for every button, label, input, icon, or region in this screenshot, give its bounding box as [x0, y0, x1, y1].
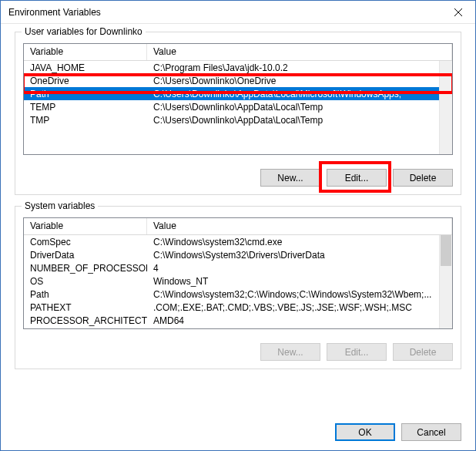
variable-value: C:\Users\Downlinko\OneDrive	[147, 76, 452, 86]
variable-value: C:\Users\Downlinko\AppData\Local\Microso…	[147, 89, 452, 99]
variable-value: C:\Users\Downlinko\AppData\Local\Temp	[147, 102, 452, 113]
header-variable[interactable]: Variable	[24, 218, 147, 234]
system-variables-group: System variables Variable Value ComSpec …	[15, 206, 461, 369]
table-row[interactable]: DriverData C:\Windows\System32\Drivers\D…	[24, 248, 452, 261]
system-variables-list[interactable]: Variable Value ComSpec C:\Windows\system…	[23, 217, 453, 329]
titlebar: Environment Variables	[1, 1, 475, 24]
table-row[interactable]: PROCESSOR_ARCHITECTURE AMD64	[24, 314, 452, 327]
system-variables-label: System variables	[22, 200, 98, 211]
environment-variables-dialog: Environment Variables User variables for…	[0, 0, 476, 451]
table-row[interactable]: OS Windows_NT	[24, 274, 452, 288]
scrollbar-thumb[interactable]	[441, 235, 451, 266]
variable-name: ComSpec	[24, 237, 147, 247]
dialog-buttons: OK Cancel	[1, 422, 475, 450]
table-row[interactable]: OneDrive C:\Users\Downlinko\OneDrive	[24, 74, 452, 87]
cancel-button[interactable]: Cancel	[401, 423, 461, 441]
user-buttons: New... Edit... Delete	[23, 169, 453, 187]
variable-value: C:\Windows\system32\cmd.exe	[147, 237, 452, 247]
variable-value: Windows_NT	[147, 276, 452, 287]
dialog-body: User variables for Downlinko Variable Va…	[1, 24, 475, 422]
variable-value: AMD64	[147, 315, 452, 326]
list-header: Variable Value	[24, 44, 452, 61]
variable-value: .COM;.EXE;.BAT;.CMD;.VBS;.VBE;.JS;.JSE;.…	[147, 302, 452, 313]
table-row[interactable]: TEMP C:\Users\Downlinko\AppData\Local\Te…	[24, 100, 452, 113]
window-title: Environment Variables	[8, 7, 101, 18]
delete-button[interactable]: Delete	[393, 343, 453, 361]
variable-value: C:\Users\Downlinko\AppData\Local\Temp	[147, 115, 452, 126]
user-variable-rows: JAVA_HOME C:\Program Files\Java\jdk-10.0…	[24, 61, 452, 126]
table-row[interactable]: NUMBER_OF_PROCESSORS 4	[24, 261, 452, 274]
table-row-selected[interactable]: Path C:\Users\Downlinko\AppData\Local\Mi…	[24, 87, 452, 100]
scrollbar[interactable]	[439, 61, 452, 154]
variable-name: TEMP	[24, 102, 147, 113]
ok-button[interactable]: OK	[335, 423, 395, 441]
new-button[interactable]: New...	[260, 169, 320, 187]
variable-value: C:\Windows\system32;C:\Windows;C:\Window…	[147, 289, 452, 300]
system-variable-rows: ComSpec C:\Windows\system32\cmd.exe Driv…	[24, 235, 452, 327]
variable-value: C:\Program Files\Java\jdk-10.0.2	[147, 62, 452, 73]
close-button[interactable]	[441, 1, 475, 24]
edit-button[interactable]: Edit...	[327, 343, 387, 361]
variable-name: OneDrive	[24, 76, 147, 86]
table-row[interactable]: TMP C:\Users\Downlinko\AppData\Local\Tem…	[24, 113, 452, 126]
delete-button[interactable]: Delete	[393, 169, 453, 187]
table-row[interactable]: PATHEXT .COM;.EXE;.BAT;.CMD;.VBS;.VBE;.J…	[24, 301, 452, 314]
variable-name: OS	[24, 276, 147, 287]
table-row[interactable]: JAVA_HOME C:\Program Files\Java\jdk-10.0…	[24, 61, 452, 74]
user-variables-label: User variables for Downlinko	[22, 26, 146, 37]
variable-name: Path	[24, 289, 147, 300]
header-variable[interactable]: Variable	[24, 44, 147, 60]
variable-name: DriverData	[24, 250, 147, 261]
new-button[interactable]: New...	[260, 343, 320, 361]
variable-value: C:\Windows\System32\Drivers\DriverData	[147, 250, 452, 261]
variable-value: 4	[147, 263, 452, 274]
variable-name: NUMBER_OF_PROCESSORS	[24, 263, 147, 274]
variable-name: PATHEXT	[24, 302, 147, 313]
scrollbar[interactable]	[439, 235, 452, 328]
close-icon	[454, 8, 462, 16]
table-row[interactable]: Path C:\Windows\system32;C:\Windows;C:\W…	[24, 288, 452, 301]
user-variables-list[interactable]: Variable Value JAVA_HOME C:\Program File…	[23, 43, 453, 155]
edit-button[interactable]: Edit...	[327, 169, 387, 187]
user-variables-group: User variables for Downlinko Variable Va…	[15, 32, 461, 195]
table-row[interactable]: ComSpec C:\Windows\system32\cmd.exe	[24, 235, 452, 248]
variable-name: TMP	[24, 115, 147, 126]
header-value[interactable]: Value	[147, 218, 452, 234]
variable-name: PROCESSOR_ARCHITECTURE	[24, 315, 147, 326]
list-header: Variable Value	[24, 218, 452, 235]
variable-name: JAVA_HOME	[24, 62, 147, 73]
header-value[interactable]: Value	[147, 44, 452, 60]
variable-name: Path	[24, 89, 147, 99]
system-buttons: New... Edit... Delete	[23, 343, 453, 361]
